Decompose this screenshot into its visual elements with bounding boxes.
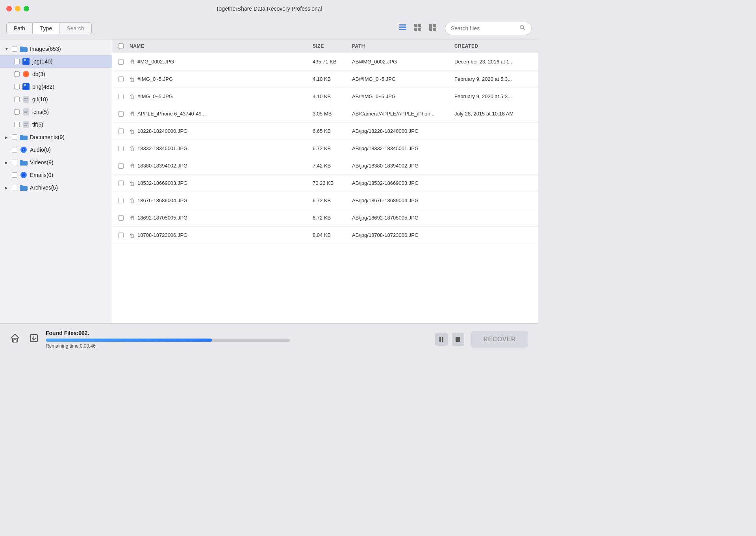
- svg-rect-32: [20, 135, 23, 136]
- checkbox-documents[interactable]: [12, 134, 17, 140]
- file-name-8[interactable]: 🗑 18676-18689004.JPG: [126, 194, 309, 207]
- checkbox-icns[interactable]: [14, 109, 20, 115]
- close-button[interactable]: [6, 6, 12, 11]
- svg-rect-5: [414, 28, 417, 31]
- row-check-0: [112, 56, 126, 68]
- sidebar-item-emails[interactable]: ▶ Emails(0): [0, 169, 112, 181]
- file-checkbox-10[interactable]: [118, 233, 124, 238]
- file-checkbox-7[interactable]: [118, 181, 124, 186]
- sidebar-item-tif[interactable]: tif(5): [0, 118, 112, 131]
- file-created-2: February 9, 2020 at 5:3...: [451, 90, 538, 102]
- recover-button[interactable]: RECOVER: [471, 331, 528, 348]
- file-name-text-8: 18676-18689004.JPG: [137, 197, 187, 203]
- file-name-4[interactable]: 🗑 18228-18240000.JPG: [126, 125, 309, 138]
- sidebar-item-documents[interactable]: ▶ Documents(9): [0, 131, 112, 143]
- file-checkbox-3[interactable]: [118, 111, 124, 117]
- tab-type[interactable]: Type: [33, 22, 59, 34]
- grid-view-button[interactable]: [412, 21, 424, 35]
- file-name-text-2: #IMG_0~5.JPG: [137, 93, 173, 99]
- maximize-button[interactable]: [24, 6, 29, 11]
- svg-rect-2: [399, 29, 406, 30]
- table-row: 🗑 18380-18394002.JPG 7.42 KB AB/jpg/1838…: [112, 157, 538, 175]
- main-content: ▼ Images(653) jpg(140): [0, 39, 538, 323]
- select-all-checkbox[interactable]: [118, 43, 124, 49]
- file-name-1[interactable]: 🗑 #IMG_0~5.JPG: [126, 73, 309, 86]
- file-name-text-9: 18692-18705005.JPG: [137, 215, 187, 221]
- file-checkbox-4[interactable]: [118, 128, 124, 134]
- expand-arrow-videos: ▶: [5, 160, 9, 165]
- file-name-6[interactable]: 🗑 18380-18394002.JPG: [126, 160, 309, 172]
- checkbox-images[interactable]: [12, 46, 17, 52]
- svg-rect-45: [439, 337, 441, 342]
- file-name-5[interactable]: 🗑 18332-18345001.JPG: [126, 142, 309, 155]
- file-path-10: AB/jpg/18708-18723006.JPG: [349, 229, 451, 241]
- checkbox-db[interactable]: [14, 71, 20, 77]
- search-input[interactable]: [451, 25, 516, 32]
- save-button[interactable]: [28, 333, 39, 346]
- sidebar-label-emails: Emails(0): [30, 172, 53, 178]
- minimize-button[interactable]: [15, 6, 20, 11]
- checkbox-emails[interactable]: [12, 172, 17, 178]
- sidebar-item-gif[interactable]: gif(18): [0, 93, 112, 106]
- sidebar-item-images[interactable]: ▼ Images(653): [0, 43, 112, 55]
- emails-icon: [20, 171, 28, 179]
- file-list: NAME SIZE PATH CREATED 🗑 #MG_0002.JPG 43…: [112, 39, 538, 323]
- file-size-1: 4.10 KB: [309, 73, 349, 85]
- svg-point-39: [22, 173, 25, 177]
- file-name-0[interactable]: 🗑 #MG_0002.JPG: [126, 56, 309, 68]
- trash-icon-6: 🗑: [130, 163, 135, 169]
- file-size-10: 8.04 KB: [309, 229, 349, 241]
- checkbox-gif[interactable]: [14, 97, 20, 102]
- search-box[interactable]: [445, 22, 532, 35]
- svg-rect-23: [24, 98, 28, 99]
- sidebar-item-png[interactable]: png(482): [0, 80, 112, 93]
- svg-rect-3: [414, 24, 417, 27]
- file-created-3: July 28, 2015 at 10:18 AM: [451, 108, 538, 120]
- checkbox-jpg[interactable]: [14, 59, 20, 64]
- file-checkbox-2[interactable]: [118, 94, 124, 99]
- pause-button[interactable]: [435, 333, 448, 346]
- table-row: 🗑 18676-18689004.JPG 6.72 KB AB/jpg/1867…: [112, 192, 538, 209]
- sidebar-item-archives[interactable]: ▶ Archives(5): [0, 181, 112, 194]
- sidebar-label-gif: gif(18): [32, 96, 48, 102]
- file-checkbox-6[interactable]: [118, 163, 124, 169]
- checkbox-archives[interactable]: [12, 185, 17, 190]
- svg-rect-6: [418, 28, 421, 31]
- tab-path[interactable]: Path: [6, 22, 33, 34]
- file-created-0: December 23, 2016 at 1...: [451, 56, 538, 68]
- sidebar-item-db[interactable]: db(3): [0, 68, 112, 80]
- checkbox-videos[interactable]: [12, 160, 17, 165]
- checkbox-tif[interactable]: [14, 122, 20, 127]
- file-name-3[interactable]: 🗑 APPLE_iPhone 6_43740-49...: [126, 108, 309, 120]
- file-name-10[interactable]: 🗑 18708-18723006.JPG: [126, 229, 309, 242]
- stop-button[interactable]: [452, 333, 464, 346]
- file-path-5: AB/jpg/18332-18345001.JPG: [349, 142, 451, 154]
- sidebar-item-icns[interactable]: icns(5): [0, 106, 112, 118]
- tab-search[interactable]: Search: [59, 22, 91, 34]
- file-checkbox-0[interactable]: [118, 59, 124, 65]
- svg-rect-20: [24, 84, 26, 86]
- file-checkbox-9[interactable]: [118, 215, 124, 221]
- titlebar: TogetherShare Data Recovery Professional: [0, 0, 538, 17]
- panel-view-button[interactable]: [427, 21, 439, 35]
- file-checkbox-5[interactable]: [118, 146, 124, 151]
- file-checkbox-8[interactable]: [118, 198, 124, 203]
- file-name-2[interactable]: 🗑 #IMG_0~5.JPG: [126, 90, 309, 103]
- file-created-4: [451, 128, 538, 134]
- file-path-6: AB/jpg/18380-18394002.JPG: [349, 160, 451, 172]
- svg-rect-1: [399, 27, 406, 28]
- view-buttons: [397, 21, 439, 35]
- sidebar-item-audio[interactable]: ▶ Audio(0): [0, 143, 112, 156]
- home-button[interactable]: [9, 333, 20, 346]
- list-view-button[interactable]: [397, 21, 409, 35]
- sidebar-item-videos[interactable]: ▶ Videos(9): [0, 156, 112, 169]
- file-name-9[interactable]: 🗑 18692-18705005.JPG: [126, 212, 309, 224]
- svg-rect-46: [442, 337, 444, 342]
- trash-icon-3: 🗑: [130, 111, 135, 117]
- checkbox-png[interactable]: [14, 84, 20, 89]
- file-checkbox-1[interactable]: [118, 76, 124, 82]
- window-title: TogetherShare Data Recovery Professional: [216, 6, 322, 12]
- file-name-7[interactable]: 🗑 18532-18669003.JPG: [126, 177, 309, 190]
- sidebar-item-jpg[interactable]: jpg(140): [0, 55, 112, 68]
- checkbox-audio[interactable]: [12, 147, 17, 153]
